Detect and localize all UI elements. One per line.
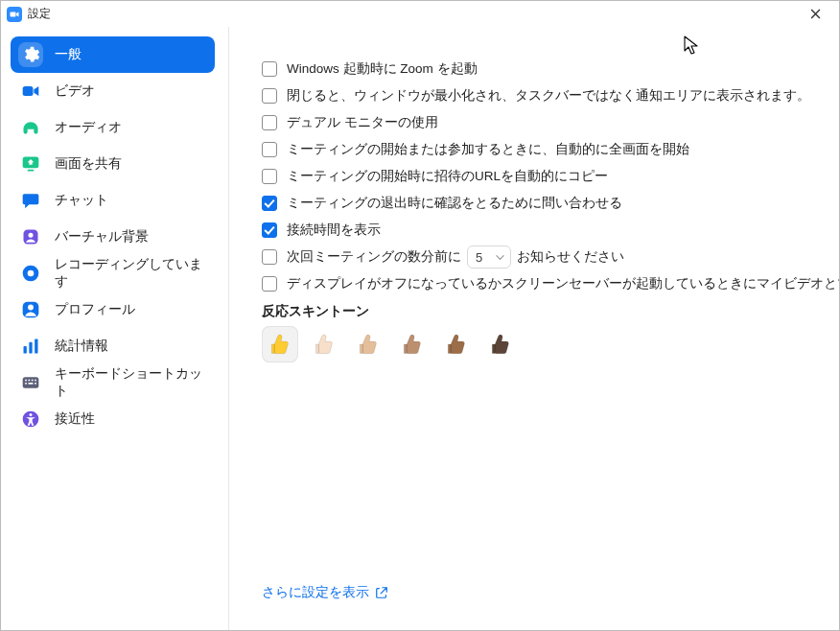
access-icon [18,407,43,432]
option-dual-monitors[interactable]: デュアル モニターの使用 [262,109,839,136]
external-link-icon [375,586,388,599]
option-label: デュアル モニターの使用 [287,114,438,131]
checkbox[interactable] [262,276,277,292]
svg-point-9 [28,270,35,277]
skintone-option-1[interactable] [306,326,342,362]
skintone-option-3[interactable] [394,326,431,362]
titlebar: 設定 [1,1,839,27]
sidebar-item-shortcuts[interactable]: キーボードショートカット [11,364,215,401]
vb-icon [18,224,43,249]
video-icon [18,79,43,104]
svg-point-11 [28,305,34,311]
option-show-connected-time[interactable]: 接続時間を表示 [262,217,839,244]
option-stop-video-on-screensaver[interactable]: ディスプレイがオフになっているかスクリーンセーバーが起動しているときにマイビデオ… [262,270,839,297]
option-minimize-to-tray[interactable]: 閉じると、ウィンドウが最小化され、タスクバーではなく通知エリアに表示されます。 [262,82,839,109]
option-label: ミーティングの開始または参加するときに、自動的に全画面を開始 [287,141,689,158]
zoom-app-icon [7,7,22,22]
sidebar-item-profile[interactable]: プロフィール [11,292,215,328]
skintone-picker [262,326,839,362]
sidebar-item-record[interactable]: レコーディングしています [11,255,215,292]
option-confirm-leave[interactable]: ミーティングの退出時に確認をとるために問い合わせる [262,190,839,217]
option-label-prefix: 次回ミーティングの数分前に [287,248,461,266]
remind-minutes-select[interactable]: 5 [467,245,511,269]
svg-point-24 [30,413,33,416]
sidebar-item-chat[interactable]: チャット [11,182,215,219]
select-value: 5 [476,250,482,265]
sidebar-item-access[interactable]: 接近性 [11,401,215,437]
skintone-option-5[interactable] [482,326,519,362]
sidebar-item-label: キーボードショートカット [55,365,207,400]
svg-rect-13 [29,342,32,354]
sidebar-item-stats[interactable]: 統計情報 [11,328,215,364]
sidebar-item-audio[interactable]: オーディオ [11,109,215,146]
option-label: 接続時間を表示 [287,222,381,239]
sidebar-item-label: オーディオ [55,119,122,136]
sidebar-item-label: チャット [55,192,108,209]
option-label: ミーティングの開始時に招待のURLを自動的にコピー [287,168,608,185]
svg-rect-1 [23,86,34,96]
svg-rect-3 [34,128,37,134]
svg-rect-12 [24,346,27,354]
sidebar-item-label: レコーディングしています [55,256,207,291]
svg-rect-19 [35,380,36,382]
svg-rect-22 [35,383,36,385]
more-settings-link[interactable]: さらに設定を表示 [262,584,388,601]
sidebar-item-label: プロフィール [55,301,135,318]
svg-rect-17 [29,380,31,382]
option-remind-before-meeting[interactable]: 次回ミーティングの数分前に 5 お知らせください [262,244,839,270]
option-label: 閉じると、ウィンドウが最小化され、タスクバーではなく通知エリアに表示されます。 [287,87,810,105]
svg-rect-18 [32,380,34,382]
checkbox[interactable] [262,222,277,238]
close-button[interactable] [797,1,833,27]
skintone-option-4[interactable] [438,326,475,362]
checkbox[interactable] [262,169,277,184]
svg-rect-21 [29,383,34,385]
sidebar-item-general[interactable]: 一般 [11,36,215,73]
checkbox[interactable] [262,196,277,211]
checkbox[interactable] [262,249,277,265]
checkbox[interactable] [262,142,277,157]
sidebar-item-label: 接近性 [55,410,95,428]
sidebar-item-label: 統計情報 [55,338,108,355]
svg-rect-0 [11,12,16,16]
sidebar: 一般ビデオオーディオ画面を共有チャットバーチャル背景レコーディングしていますプロ… [1,27,229,630]
chat-icon [18,188,43,213]
option-label-suffix: お知らせください [517,248,624,266]
sidebar-item-label: バーチャル背景 [55,228,149,245]
svg-rect-2 [24,128,28,134]
option-start-with-windows[interactable]: Windows 起動時に Zoom を起動 [262,56,839,82]
option-label: ミーティングの退出時に確認をとるために問い合わせる [287,195,622,212]
window-title: 設定 [28,6,51,22]
svg-rect-20 [25,383,27,385]
sidebar-item-label: ビデオ [55,82,95,100]
audio-icon [18,115,43,140]
option-label: Windows 起動時に Zoom を起動 [287,60,478,78]
checkbox[interactable] [262,88,277,104]
skintone-option-2[interactable] [350,326,386,362]
skintone-title: 反応スキントーン [262,303,839,320]
checkbox[interactable] [262,61,277,77]
sidebar-item-video[interactable]: ビデオ [11,73,215,109]
settings-content: Windows 起動時に Zoom を起動 閉じると、ウィンドウが最小化され、タ… [229,27,839,630]
sidebar-item-label: 画面を共有 [55,155,122,173]
svg-rect-16 [25,380,27,382]
link-label: さらに設定を表示 [262,584,369,601]
option-label: ディスプレイがオフになっているかスクリーンセーバーが起動しているときにマイビデオ… [287,275,839,292]
svg-point-7 [29,233,34,238]
profile-icon [18,297,43,322]
general-icon [18,42,43,67]
option-copy-invite-url[interactable]: ミーティングの開始時に招待のURLを自動的にコピー [262,163,839,190]
svg-rect-5 [28,170,35,172]
skintone-option-0[interactable] [262,326,298,362]
checkbox[interactable] [262,115,277,130]
svg-rect-14 [35,339,37,354]
sidebar-item-vb[interactable]: バーチャル背景 [11,219,215,255]
sidebar-item-share[interactable]: 画面を共有 [11,146,215,182]
sidebar-item-label: 一般 [55,46,82,63]
shortcuts-icon [18,370,43,395]
close-icon [810,9,821,19]
chevron-down-icon [496,253,504,262]
option-fullscreen-on-start[interactable]: ミーティングの開始または参加するときに、自動的に全画面を開始 [262,136,839,163]
share-icon [18,152,43,176]
stats-icon [18,334,43,359]
